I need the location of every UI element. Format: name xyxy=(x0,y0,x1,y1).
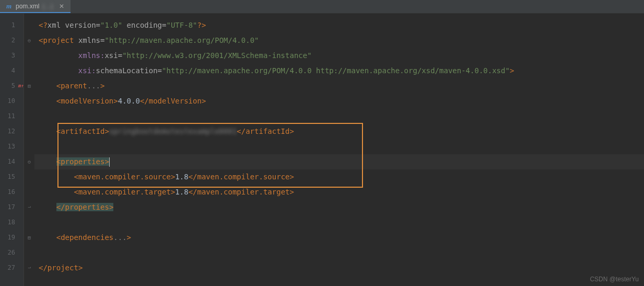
text-caret xyxy=(109,157,110,167)
line-number: 27 xyxy=(0,260,24,276)
fold-gutter: ⊖ ⊞ ⊖ ⌐ ⊞ ⌐ xyxy=(24,14,34,286)
fold-collapse-icon[interactable]: ⊖ xyxy=(28,154,31,169)
code-line[interactable]: <maven.compiler.target>1.8</maven.compil… xyxy=(34,185,644,200)
line-number: 1 xyxy=(0,18,24,33)
code-area[interactable]: <?xml version="1.0" encoding="UTF-8"?> <… xyxy=(34,14,644,286)
tab-filename: pom.xml xyxy=(16,3,39,10)
code-line[interactable]: <modelVersion>4.0.0</modelVersion> xyxy=(34,94,644,109)
line-number: 18 xyxy=(0,215,24,230)
code-line[interactable] xyxy=(34,245,644,260)
fold-expand-icon[interactable]: ⊞ xyxy=(28,230,31,245)
line-number-gutter: 1 2 3 4 5m↑ 10 11 12 13 14 15 16 17 18 1… xyxy=(0,14,24,286)
close-icon[interactable]: ✕ xyxy=(58,3,65,10)
code-line[interactable]: <?xml version="1.0" encoding="UTF-8"?> xyxy=(34,18,644,33)
line-number: 11 xyxy=(0,109,24,124)
line-number: 14 xyxy=(0,154,24,169)
line-number: 19 xyxy=(0,230,24,245)
fold-end-icon[interactable]: ⌐ xyxy=(28,260,31,276)
line-number: 4 xyxy=(0,63,24,78)
maven-icon: m xyxy=(5,3,13,10)
code-line[interactable]: xmlns:xsi="http://www.w3.org/2001/XMLSch… xyxy=(34,48,644,63)
line-number: 12 xyxy=(0,124,24,139)
code-line[interactable]: xsi:schemaLocation="http://maven.apache.… xyxy=(34,63,644,78)
line-number: 17 xyxy=(0,200,24,215)
code-line[interactable]: <parent...> xyxy=(34,78,644,94)
code-line[interactable]: <maven.compiler.source>1.8</maven.compil… xyxy=(34,169,644,185)
gutter-mark-icon: m↑ xyxy=(18,78,24,94)
editor-tab-pom[interactable]: m pom.xml (…) ✕ xyxy=(0,0,71,13)
tab-bar: m pom.xml (…) ✕ xyxy=(0,0,644,14)
fold-collapse-icon[interactable]: ⊖ xyxy=(28,33,31,48)
code-line[interactable] xyxy=(34,215,644,230)
line-number: 13 xyxy=(0,139,24,154)
code-line[interactable]: <project xmlns="http://maven.apache.org/… xyxy=(34,33,644,48)
code-line[interactable] xyxy=(34,109,644,124)
watermark: CSDN @testerYu xyxy=(590,276,639,283)
fold-expand-icon[interactable]: ⊞ xyxy=(28,78,31,94)
editor: 1 2 3 4 5m↑ 10 11 12 13 14 15 16 17 18 1… xyxy=(0,14,644,286)
tab-context: (…) xyxy=(42,3,53,10)
code-line[interactable]: </project> xyxy=(34,260,644,276)
code-line[interactable]: <artifactId>springbootdemotestexample000… xyxy=(34,124,644,139)
line-number: 3 xyxy=(0,48,24,63)
line-number: 15 xyxy=(0,169,24,185)
code-line[interactable]: </properties> xyxy=(34,200,644,215)
line-number: 5m↑ xyxy=(0,78,24,94)
line-number: 26 xyxy=(0,245,24,260)
code-line[interactable] xyxy=(34,139,644,154)
line-number: 10 xyxy=(0,94,24,109)
line-number: 2 xyxy=(0,33,24,48)
fold-end-icon[interactable]: ⌐ xyxy=(28,200,31,215)
code-line[interactable]: <dependencies...> xyxy=(34,230,644,245)
line-number: 16 xyxy=(0,185,24,200)
code-line[interactable]: <properties> xyxy=(34,154,644,169)
